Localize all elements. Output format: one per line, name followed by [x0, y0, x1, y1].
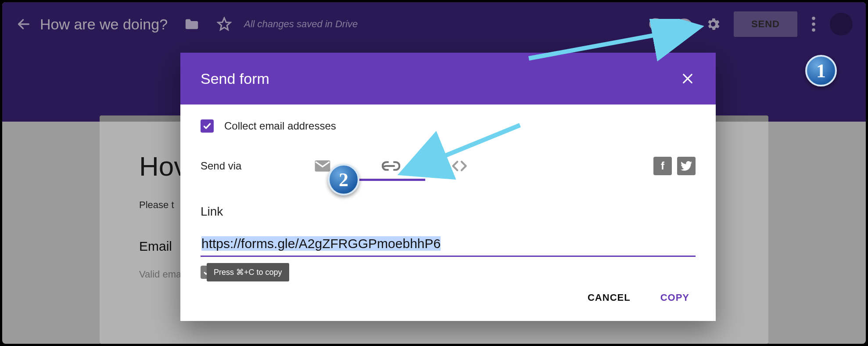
send-via-row: Send via f	[201, 152, 696, 180]
shorten-url-row[interactable]: Shorten URL Press ⌘+C to copy	[201, 266, 696, 279]
cancel-button[interactable]: CANCEL	[586, 288, 632, 308]
share-twitter-button[interactable]	[677, 157, 696, 175]
dialog-actions: CANCEL COPY	[201, 288, 696, 308]
send-via-label: Send via	[201, 160, 288, 172]
collect-email-label: Collect email addresses	[224, 120, 336, 132]
dialog-title: Send form	[201, 70, 680, 87]
collect-email-row[interactable]: Collect email addresses	[201, 119, 696, 133]
copy-tooltip: Press ⌘+C to copy	[207, 263, 289, 281]
send-tab-link[interactable]	[357, 152, 425, 180]
dialog-header: Send form	[180, 53, 716, 105]
link-url-value: https://forms.gle/A2gZFRGGPmoebhhP6	[201, 236, 441, 251]
link-section-label: Link	[201, 205, 696, 219]
send-form-dialog: Send form Collect email addresses Send v…	[180, 53, 716, 321]
copy-button[interactable]: COPY	[659, 288, 691, 308]
share-facebook-button[interactable]: f	[653, 157, 672, 175]
annotation-badge-1: 1	[805, 55, 837, 86]
annotation-badge-2: 2	[328, 164, 359, 195]
collect-email-checkbox[interactable]	[201, 119, 214, 133]
link-url-field[interactable]: https://forms.gle/A2gZFRGGPmoebhhP6	[201, 234, 696, 257]
dialog-close-button[interactable]	[680, 71, 696, 86]
send-tab-embed[interactable]	[425, 152, 494, 180]
